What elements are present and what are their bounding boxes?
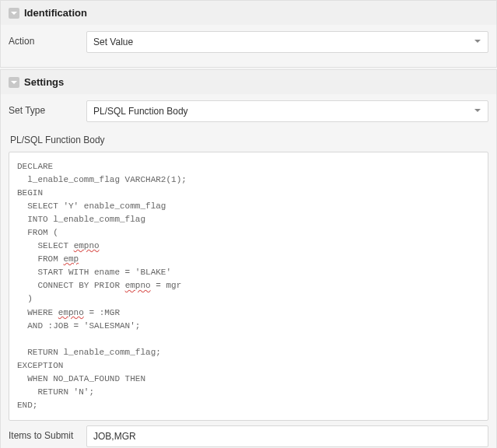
label-action: Action	[9, 36, 86, 48]
chevron-down-icon	[474, 37, 481, 47]
section-title: Settings	[24, 76, 64, 88]
set-type-value: PL/SQL Function Body	[93, 106, 188, 117]
items-to-submit-value: JOB,MGR	[93, 431, 136, 442]
row-set-type: Set Type PL/SQL Function Body	[9, 100, 488, 122]
set-type-select[interactable]: PL/SQL Function Body	[86, 100, 488, 122]
action-select[interactable]: Set Value	[86, 31, 488, 53]
section-title: Identification	[24, 7, 87, 19]
label-function-body: PL/SQL Function Body	[9, 130, 488, 152]
section-identification: Identification Action Set Value	[0, 0, 497, 68]
label-set-type: Set Type	[9, 105, 86, 117]
collapse-icon	[9, 8, 19, 19]
label-items-to-submit: Items to Submit	[9, 430, 86, 443]
section-header-settings[interactable]: Settings	[1, 70, 496, 94]
row-action: Action Set Value	[9, 31, 488, 53]
chevron-down-icon	[474, 106, 481, 117]
items-to-submit-input[interactable]: JOB,MGR	[86, 425, 488, 447]
row-items-to-submit: Items to Submit JOB,MGR	[9, 425, 488, 447]
section-header-identification[interactable]: Identification	[1, 1, 496, 25]
section-settings: Settings Set Type PL/SQL Function Body P…	[0, 69, 497, 448]
code-editor[interactable]: DECLARE l_enable_comm_flag VARCHAR2(1); …	[9, 152, 488, 421]
action-select-value: Set Value	[93, 37, 133, 47]
collapse-icon	[9, 77, 19, 88]
